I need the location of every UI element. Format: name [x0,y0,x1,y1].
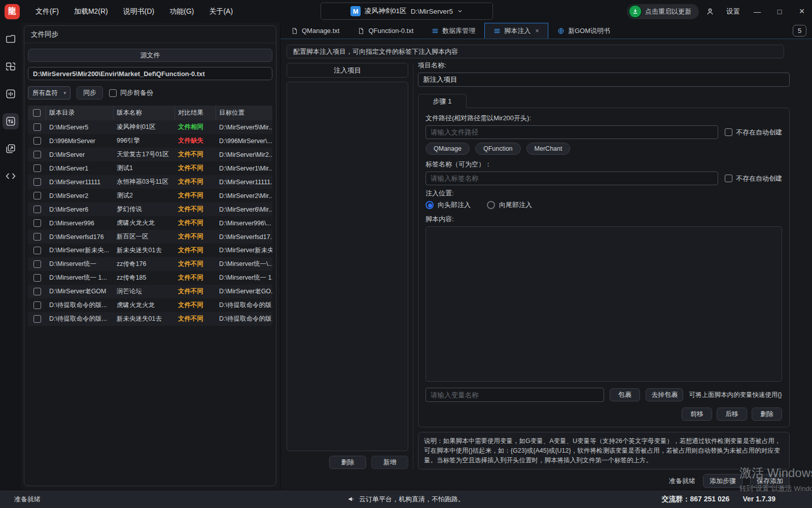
unwrap-button[interactable]: 去掉包裹 [646,388,683,401]
move-backward-button[interactable]: 后移 [717,408,747,421]
tab-close-icon[interactable]: × [535,27,539,35]
delete-step-button[interactable]: 删除 [752,408,782,421]
source-file-button[interactable]: 源文件 [28,49,272,62]
auto-create-path-group[interactable]: 不存在自动创建 [725,128,782,137]
table-row[interactable]: D:\MirServer老GOM 润芒论坛 文件不同 D:\MirServer老… [28,285,272,298]
menu-load-m2[interactable]: 加载M2(R) [66,0,116,23]
delete-project-button[interactable]: 删除 [329,456,366,469]
file-path-input[interactable] [426,125,718,139]
tab-qmanage[interactable]: QManage.txt [282,23,348,39]
inject-project-list[interactable] [287,82,408,451]
preset-qfunction[interactable]: QFunction [475,143,521,155]
auto-create-tag-checkbox[interactable] [725,175,732,182]
tab-count-badge[interactable]: 5 [793,25,806,37]
project-name-input[interactable] [418,73,790,87]
code-icon[interactable] [3,168,19,184]
menu-manual[interactable]: 说明书(D) [116,0,162,23]
row-checkbox[interactable] [33,123,41,131]
restart-update-button[interactable]: 点击重启以更新 [627,4,699,19]
menu-about[interactable]: 关于(A) [201,0,240,23]
save-add-button[interactable]: 保存添加 [750,474,790,488]
table-row[interactable]: D:\MirServerfsd176 新百区一区 文件不同 D:\MirServ… [28,230,272,244]
chevron-down-icon: ▾ [63,90,66,95]
table-row[interactable]: D:\Mirserver统一 zz传奇176 文件不同 D:\Mirserver… [28,257,272,271]
close-button[interactable]: × [792,0,812,23]
mixer-icon[interactable] [3,86,19,102]
row-checkbox[interactable] [33,288,41,295]
table-row[interactable]: D:\Mirserver996 虎啸火龙火龙 文件不同 D:\Mirserver… [28,216,272,230]
sidebar-rail [0,23,21,490]
preset-qmanage[interactable]: QManage [426,143,470,155]
table-row[interactable]: D:\MirServer11111 永恒神器03号11区 文件不同 D:\Mir… [28,175,272,189]
backup-checkbox[interactable] [109,89,117,97]
folder-icon[interactable] [3,31,19,47]
row-checkbox[interactable] [33,315,41,323]
sync-button[interactable]: 同步 [77,86,103,99]
tag-name-input[interactable] [426,172,718,185]
row-checkbox[interactable] [33,301,41,309]
table-row[interactable]: D:\待提取命令的版... 新未央迷失01去 文件不同 D:\待提取命令的版..… [28,312,272,326]
add-step-button[interactable]: 添加步骤 [703,474,743,488]
tab-script-inject[interactable]: 脚本注入 × [484,23,548,39]
auto-create-tag-group[interactable]: 不存在自动创建 [725,174,782,183]
row-checkbox[interactable] [33,164,41,172]
col-header-name[interactable]: 版本名称 [114,106,175,120]
row-checkbox[interactable] [33,178,41,186]
row-checkbox[interactable] [33,260,41,268]
auto-create-path-checkbox[interactable] [725,128,732,136]
file-transfer-icon[interactable] [3,113,19,129]
server-selector-dropdown[interactable]: M 凌风神剑01区 D:\MirServer5 [321,3,493,20]
sync-icon[interactable] [3,58,19,75]
inject-list-title: 注入项目 [287,63,408,78]
table-row[interactable]: D:\996MirServer 996引擎 文件缺失 D:\996MirServ… [28,134,272,148]
row-checkbox[interactable] [33,151,41,158]
row-checkbox[interactable] [33,192,41,199]
move-forward-button[interactable]: 前移 [682,408,712,421]
list-icon [493,27,501,35]
radio-inject-tail[interactable]: 向尾部注入 [487,200,532,210]
variable-name-input[interactable] [426,388,604,402]
row-target: D:\待提取命令的版... [216,312,272,326]
tab-gom-manual[interactable]: 新GOM说明书 [548,23,619,39]
user-icon[interactable] [701,0,719,23]
table-row[interactable]: D:\Mirserver统一 1... zz传奇185 文件不同 D:\Mirs… [28,271,272,285]
table-row[interactable]: D:\MirServer2 测试2 文件不同 D:\MirServer2\Mir… [28,189,272,202]
table-row[interactable]: D:\待提取命令的版... 虎啸火龙火龙 文件不同 D:\待提取命令的版... [28,298,272,312]
col-header-target[interactable]: 目标位置 [216,106,272,120]
tab-step-1[interactable]: 步骤 1 [418,94,467,108]
drive-filter-dropdown[interactable]: 所有盘符 ▾ [28,86,70,99]
script-content-textarea[interactable] [426,226,782,382]
menu-functions[interactable]: 功能(G) [162,0,201,23]
add-project-button[interactable]: 新增 [371,456,408,469]
menu-file[interactable]: 文件(F) [28,0,66,23]
table-row[interactable]: D:\MirServer新未央... 新未央迷失01去 文件不同 D:\MirS… [28,244,272,257]
tab-database[interactable]: 数据库管理 [422,23,484,39]
table-row[interactable]: D:\MirServer 天堂复古17号01区 文件不同 D:\MirServe… [28,148,272,161]
col-header-dir[interactable]: 版本目录 [46,106,114,120]
preset-merchant[interactable]: MerChant [526,143,571,155]
source-path-field[interactable]: D:\MirServer5\Mir200\Envir\Market_Def\QF… [28,67,272,80]
col-header-result[interactable]: 对比结果 [175,106,216,120]
minimize-button[interactable]: — [747,0,767,23]
backup-checkbox-group[interactable]: 同步前备份 [109,88,153,97]
megaphone-icon [347,495,355,503]
row-checkbox[interactable] [33,206,41,213]
export-icon[interactable] [3,141,19,157]
update-label: 点击重启以更新 [645,7,691,16]
table-row[interactable]: D:\MirServer1 测试1 文件不同 D:\MirServer1\Mir… [28,161,272,175]
row-name: 润芒论坛 [114,285,175,298]
row-checkbox[interactable] [33,219,41,227]
tab-qfunction[interactable]: QFunction-0.txt [348,23,422,39]
wrap-button[interactable]: 包裹 [610,388,640,401]
radio-inject-head[interactable]: 向头部注入 [426,200,471,210]
row-checkbox[interactable] [33,137,41,145]
row-checkbox[interactable] [33,274,41,282]
maximize-button[interactable]: □ [769,0,790,23]
select-all-checkbox[interactable] [33,109,41,117]
row-checkbox[interactable] [33,247,41,254]
settings-button[interactable]: 设置 [721,7,745,16]
row-result-badge: 文件不同 [175,312,216,326]
table-row[interactable]: D:\MirServer6 梦幻传说 文件不同 D:\MirServer6\Mi… [28,202,272,216]
table-row[interactable]: D:\MirServer5 凌风神剑01区 文件相同 D:\MirServer5… [28,120,272,134]
row-checkbox[interactable] [33,233,41,241]
